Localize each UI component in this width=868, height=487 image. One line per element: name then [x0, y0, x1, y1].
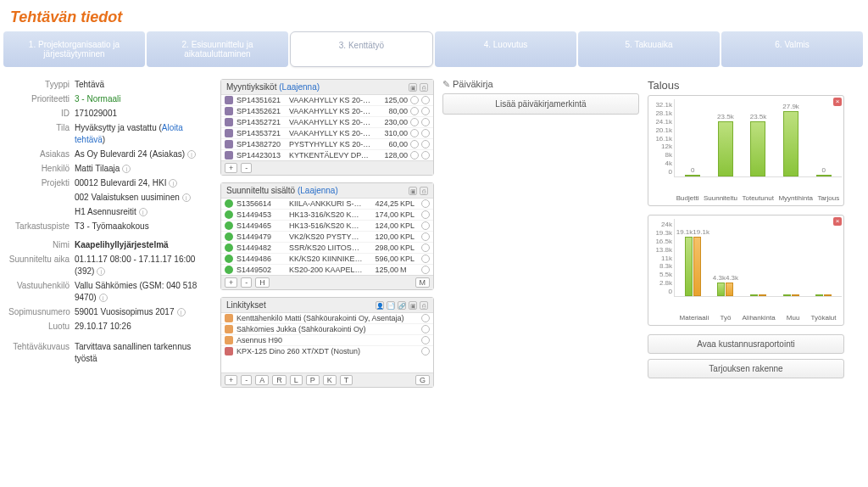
info-icon[interactable]: [410, 96, 419, 104]
list-item[interactable]: Kenttähenkilö Matti (Sähköurakointi Oy, …: [221, 313, 433, 324]
add-button[interactable]: +: [225, 277, 237, 288]
info-icon[interactable]: [410, 118, 419, 126]
table-row[interactable]: S1356614 KIILA-ANKKURI S-KA 8... 424,25 …: [221, 199, 433, 210]
step-2[interactable]: 2. Esisuunnittelu ja aikatauluttaminen: [147, 31, 288, 67]
tool-icon[interactable]: ⎙: [420, 187, 428, 195]
item-code: SP14423013: [236, 151, 289, 160]
k-button[interactable]: K: [323, 375, 337, 385]
info-icon[interactable]: [421, 151, 430, 160]
info-icon[interactable]: [421, 266, 430, 274]
m-button[interactable]: M: [415, 277, 431, 288]
tool-icon[interactable]: ▣: [409, 187, 417, 195]
expand-link[interactable]: (Laajenna): [298, 186, 338, 195]
step-5[interactable]: 5. Takuuaika: [578, 31, 720, 67]
info-icon[interactable]: [421, 129, 430, 137]
item-code: S1356614: [236, 199, 289, 208]
info-icon[interactable]: [421, 210, 430, 219]
info-icon[interactable]: [421, 325, 430, 333]
table-row[interactable]: S1449465 HK13-516/KS20 KESKIK... 124,00 …: [221, 221, 433, 232]
tool-icon[interactable]: ▣: [409, 83, 417, 92]
p-button[interactable]: P: [306, 375, 320, 385]
h-button[interactable]: H: [255, 277, 270, 288]
edit-icon[interactable]: ✎: [442, 79, 450, 89]
close-icon[interactable]: ×: [833, 98, 842, 106]
info-icon[interactable]: [421, 199, 430, 208]
table-row[interactable]: S1449479 VK2/KS20 PYSTYHYLLYN... 120,00 …: [221, 232, 433, 243]
info-icon[interactable]: [421, 336, 430, 344]
info-icon[interactable]: [421, 221, 430, 230]
info-icon[interactable]: [410, 140, 419, 148]
step-3[interactable]: 3. Kenttätyö: [290, 31, 433, 67]
tool-icon[interactable]: ▣: [409, 301, 417, 310]
info-icon[interactable]: [421, 140, 430, 148]
list-item[interactable]: Sähkömies Jukka (Sähköurakointi Oy): [221, 324, 433, 335]
add-button[interactable]: +: [225, 375, 237, 385]
bar-column: 0: [810, 166, 838, 176]
table-row[interactable]: SP14382720 PYSTYHYLLY KS 20-500 MEKA S<8…: [221, 139, 433, 150]
info-icon[interactable]: [421, 255, 430, 263]
step-4[interactable]: 4. Luovutus: [435, 31, 576, 67]
info-icon[interactable]: i: [99, 294, 108, 302]
info-icon[interactable]: i: [97, 267, 105, 276]
info-icon[interactable]: [421, 347, 430, 355]
info-icon[interactable]: [421, 118, 430, 126]
xtick: Työkalut: [811, 314, 837, 322]
expand-link[interactable]: (Laajenna): [279, 82, 320, 92]
panel-title: Linkitykset: [226, 300, 266, 310]
project-value-2: 002 Valaistuksen uusimineni: [75, 192, 212, 204]
table-row[interactable]: SP14423013 KYTKENTÄLEVY DPA MEKA OS AS 1…: [221, 150, 433, 160]
info-icon[interactable]: [421, 314, 430, 322]
table-row[interactable]: SP14352621 VAAKAHYLLY KS 20-300 MEKA K<2…: [221, 106, 433, 117]
item-unit: KPL: [398, 210, 419, 219]
bar-label: 27.9k: [782, 103, 799, 110]
info-icon[interactable]: i: [182, 193, 191, 202]
tool-icon[interactable]: 👤: [376, 301, 384, 310]
info-icon[interactable]: [421, 244, 430, 252]
info-icon[interactable]: i: [169, 179, 177, 188]
xtick: Muu: [787, 314, 800, 322]
tool-icon[interactable]: 🔗: [398, 301, 406, 310]
info-icon[interactable]: [421, 232, 430, 241]
item-code: S1449453: [236, 210, 289, 219]
l-button[interactable]: L: [290, 375, 303, 385]
table-row[interactable]: S1449482 SSR/KS20 LIITOSKAPPA... 298,00 …: [221, 243, 433, 254]
step-1[interactable]: 1. Projektorganisaatio ja järjestäytymin…: [3, 31, 145, 67]
offer-structure-button[interactable]: Tarjouksen rakenne: [648, 359, 844, 378]
table-row[interactable]: SP14351621 VAAKAHYLLY KS 20-200 MEKA K<2…: [221, 95, 433, 106]
project-value-1: 00012 Bulevardi 24, HKIi: [75, 177, 212, 189]
add-button[interactable]: +: [225, 163, 237, 173]
item-value: 120,00: [363, 232, 398, 241]
bar: [783, 294, 791, 296]
remove-button[interactable]: -: [241, 277, 252, 288]
t-button[interactable]: T: [340, 375, 353, 385]
info-icon[interactable]: i: [177, 308, 186, 316]
bar: [685, 175, 700, 176]
info-icon[interactable]: i: [187, 150, 196, 159]
add-diary-entry-button[interactable]: Lisää päiväkirjamerkintä: [442, 93, 639, 115]
table-row[interactable]: S1449453 HK13-316/KS20 KESKIK... 174,00 …: [221, 210, 433, 221]
info-icon[interactable]: [421, 107, 430, 115]
info-icon[interactable]: i: [122, 165, 131, 173]
step-6[interactable]: 6. Valmis: [721, 31, 863, 67]
open-cost-report-button[interactable]: Avaa kustannusraportointi: [648, 334, 844, 354]
info-icon[interactable]: [410, 107, 419, 115]
tool-icon[interactable]: ⎙: [420, 301, 428, 310]
table-row[interactable]: SP14353721 VAAKAHYLLY KS 20-500 MEKA K<8…: [221, 128, 433, 139]
info-icon[interactable]: i: [139, 208, 147, 216]
a-button[interactable]: A: [255, 375, 269, 385]
list-item[interactable]: Asennus H90: [221, 335, 433, 346]
close-icon[interactable]: ×: [833, 217, 842, 226]
g-button[interactable]: G: [415, 375, 430, 385]
r-button[interactable]: R: [272, 375, 287, 385]
table-row[interactable]: S1449502 KS20-200 KAAPELIHYLL... 125,00 …: [221, 265, 433, 275]
remove-button[interactable]: -: [241, 375, 252, 385]
list-item[interactable]: KPX-125 Dino 260 XT/XDT (Nostun): [221, 346, 433, 356]
tool-icon[interactable]: ⎙: [420, 83, 428, 92]
remove-button[interactable]: -: [241, 163, 252, 173]
table-row[interactable]: S1449486 KK/KS20 KIINNIKEEI K... 596,00 …: [221, 254, 433, 265]
info-icon[interactable]: [421, 96, 430, 104]
tool-icon[interactable]: 📄: [387, 301, 395, 310]
info-icon[interactable]: [410, 151, 419, 160]
table-row[interactable]: SP14352721 VAAKAHYLLY KS 20-300 MEKA K<8…: [221, 117, 433, 128]
info-icon[interactable]: [410, 129, 419, 137]
